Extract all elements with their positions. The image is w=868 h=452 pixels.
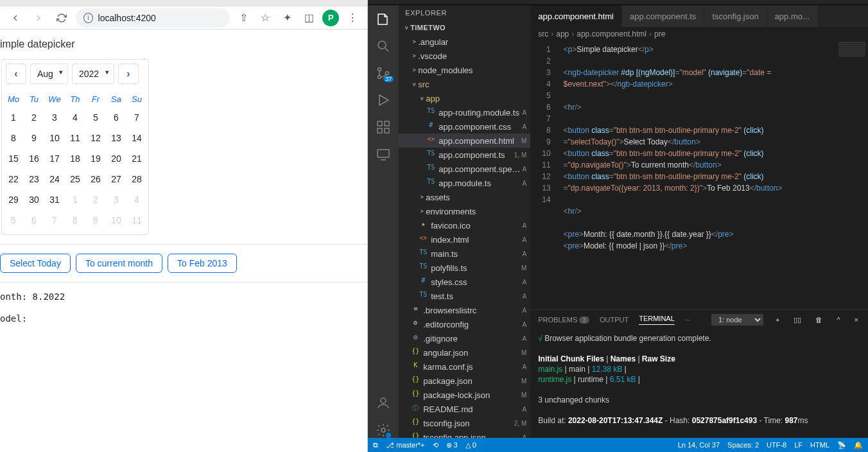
calendar-day[interactable]: 22: [3, 169, 24, 189]
settings-gear-icon[interactable]: [376, 422, 391, 438]
tree-item[interactable]: #styles.cssA: [399, 275, 530, 289]
calendar-day[interactable]: 11: [126, 210, 147, 230]
calendar-day[interactable]: 1: [3, 107, 24, 128]
terminal-output[interactable]: √ Browser application bundle generation …: [530, 329, 868, 438]
tree-item[interactable]: TSapp.module.tsA: [399, 176, 530, 190]
sidepanel-icon[interactable]: ◫: [300, 10, 317, 26]
editor-tab[interactable]: app.mo...: [767, 5, 818, 27]
tree-item[interactable]: {}angular.jsonM: [399, 345, 530, 360]
editor-tab[interactable]: app.component.html: [530, 5, 622, 27]
calendar-day[interactable]: 25: [65, 169, 85, 189]
terminal-select[interactable]: 1: node: [711, 314, 763, 326]
calendar-day[interactable]: 17: [44, 148, 65, 169]
tree-item[interactable]: ★favicon.icoA: [399, 218, 530, 232]
menu-icon[interactable]: ⋮: [344, 10, 361, 26]
remote-status[interactable]: ⧉: [373, 441, 378, 449]
calendar-day[interactable]: 11: [65, 128, 85, 148]
account-icon[interactable]: [376, 396, 391, 411]
tree-item[interactable]: Kkarma.conf.jsA: [399, 360, 530, 374]
calendar-day[interactable]: 21: [126, 148, 147, 169]
to-feb-2013-button[interactable]: To Feb 2013: [168, 254, 237, 273]
tree-item[interactable]: <>index.htmlA: [399, 232, 530, 247]
errors-status[interactable]: ⊗ 3: [446, 441, 458, 449]
calendar-day[interactable]: 2: [85, 189, 106, 210]
notifications-icon[interactable]: 🔔: [854, 441, 863, 449]
breadcrumb-item[interactable]: src: [538, 30, 548, 39]
tree-item[interactable]: ≡.browserslistrcA: [399, 303, 530, 317]
tree-item[interactable]: {}package.jsonM: [399, 374, 530, 388]
calendar-day[interactable]: 14: [126, 128, 147, 148]
tree-item[interactable]: #app.component.cssA: [399, 119, 530, 134]
calendar-day[interactable]: 5: [3, 210, 24, 230]
calendar-day[interactable]: 6: [106, 107, 126, 128]
calendar-day[interactable]: 24: [44, 169, 65, 189]
project-root[interactable]: vTIMETWO: [399, 21, 530, 35]
eol-status[interactable]: LF: [794, 441, 803, 449]
extensions-icon[interactable]: ✦: [279, 10, 295, 26]
calendar-day[interactable]: 10: [44, 128, 65, 148]
debug-icon[interactable]: [376, 92, 391, 108]
forward-button[interactable]: [30, 9, 48, 27]
select-today-button[interactable]: Select Today: [0, 254, 71, 273]
tree-item[interactable]: TStest.tsA: [399, 289, 530, 303]
close-panel-icon[interactable]: ×: [853, 316, 860, 324]
more-tabs[interactable]: ···: [685, 316, 691, 324]
calendar-day[interactable]: 4: [65, 107, 85, 128]
tree-item[interactable]: >environments: [399, 204, 530, 218]
calendar-day[interactable]: 30: [24, 189, 44, 210]
editor-tab[interactable]: app.component.ts: [622, 5, 704, 27]
tree-item[interactable]: >.vscode: [399, 49, 530, 63]
calendar-day[interactable]: 7: [126, 107, 147, 128]
tree-item[interactable]: ⚙.editorconfigA: [399, 317, 530, 331]
minimap[interactable]: [836, 41, 868, 309]
calendar-day[interactable]: 15: [3, 148, 24, 169]
calendar-day[interactable]: 7: [44, 210, 65, 230]
calendar-day[interactable]: 19: [85, 148, 106, 169]
tree-item[interactable]: vapp: [399, 91, 530, 105]
explorer-icon[interactable]: [376, 12, 391, 27]
calendar-day[interactable]: 10: [106, 210, 126, 230]
tree-item[interactable]: TSapp.component.ts1, M: [399, 148, 530, 162]
calendar-day[interactable]: 4: [126, 189, 147, 210]
breadcrumb[interactable]: src›app›app.component.html›pre: [530, 27, 868, 41]
problems-tab[interactable]: PROBLEMS3: [538, 316, 589, 324]
calendar-day[interactable]: 6: [24, 210, 44, 230]
sync-status[interactable]: ⟲: [433, 441, 438, 449]
profile-avatar[interactable]: P: [322, 10, 339, 26]
tree-item[interactable]: TSmain.tsA: [399, 247, 530, 261]
calendar-day[interactable]: 2: [24, 107, 44, 128]
tree-item[interactable]: {}tsconfig.json2, M: [399, 416, 530, 430]
breadcrumb-item[interactable]: app.component.html: [577, 30, 647, 39]
tree-item[interactable]: >.angular: [399, 35, 530, 49]
tree-item[interactable]: TSpolyfills.tsM: [399, 261, 530, 275]
kill-terminal-icon[interactable]: 🗑: [813, 316, 824, 324]
calendar-day[interactable]: 29: [3, 189, 24, 210]
tree-item[interactable]: {}package-lock.jsonM: [399, 388, 530, 402]
breadcrumb-item[interactable]: pre: [654, 30, 665, 39]
year-select[interactable]: 2022: [72, 64, 114, 84]
tree-item[interactable]: {}tsconfig.app.jsonA: [399, 430, 530, 438]
calendar-day[interactable]: 8: [65, 210, 85, 230]
editor-tab[interactable]: tsconfig.json: [704, 5, 767, 27]
calendar-day[interactable]: 23: [24, 169, 44, 189]
new-terminal-icon[interactable]: +: [774, 316, 781, 324]
code-editor[interactable]: 1234567891011121314 <p>Simple datepicker…: [530, 41, 868, 309]
reload-button[interactable]: [53, 9, 71, 27]
tree-item[interactable]: <>app.component.htmlM: [399, 134, 530, 148]
feedback-icon[interactable]: 📡: [837, 441, 846, 449]
tree-item[interactable]: >node_modules: [399, 63, 530, 77]
calendar-day[interactable]: 8: [3, 128, 24, 148]
search-icon[interactable]: [376, 39, 391, 54]
vscode-titlebar[interactable]: [368, 0, 868, 5]
spaces-status[interactable]: Spaces: 2: [727, 441, 759, 449]
breadcrumb-item[interactable]: app: [556, 30, 569, 39]
remote-icon[interactable]: [376, 146, 391, 162]
language-status[interactable]: HTML: [810, 441, 829, 449]
calendar-day[interactable]: 9: [85, 210, 106, 230]
url-input[interactable]: [98, 13, 223, 23]
terminal-tab[interactable]: TERMINAL: [639, 315, 675, 325]
calendar-day[interactable]: 18: [65, 148, 85, 169]
bookmark-icon[interactable]: ☆: [257, 10, 273, 26]
site-info-icon[interactable]: i: [83, 13, 93, 23]
calendar-day[interactable]: 26: [85, 169, 106, 189]
